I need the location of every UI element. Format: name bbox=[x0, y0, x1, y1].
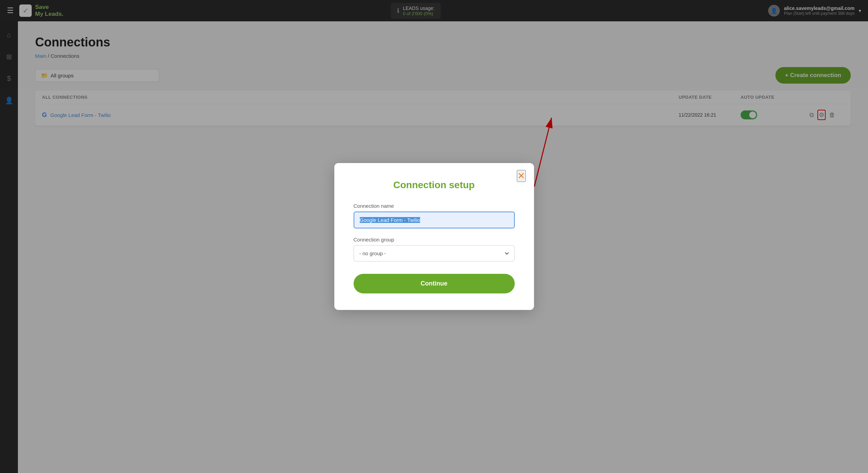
connection-group-select[interactable]: - no group - Group 1 Group 2 bbox=[354, 245, 515, 261]
connection-setup-modal: ✕ Connection setup Connection name Conne… bbox=[334, 163, 534, 310]
continue-button[interactable]: Continue bbox=[354, 274, 515, 293]
modal-close-button[interactable]: ✕ bbox=[517, 170, 526, 182]
modal-title: Connection setup bbox=[354, 180, 515, 191]
connection-group-label: Connection group bbox=[354, 237, 515, 243]
connection-name-label: Connection name bbox=[354, 203, 515, 209]
modal-overlay: ✕ Connection setup Connection name Conne… bbox=[0, 0, 868, 473]
connection-name-input[interactable] bbox=[354, 212, 515, 228]
